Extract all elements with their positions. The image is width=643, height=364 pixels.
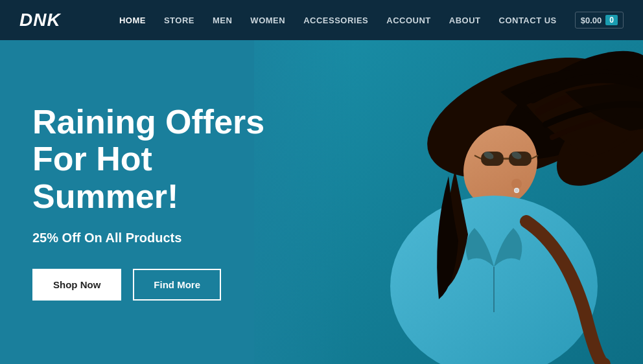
hero-title: Raining Offers For Hot Summer! (32, 104, 305, 215)
nav-about[interactable]: ABOUT (449, 16, 481, 25)
hero-section: Raining Offers For Hot Summer! 25% Off O… (0, 40, 643, 364)
cart-price: $0.00 (581, 16, 602, 25)
site-logo[interactable]: DNK (19, 10, 61, 30)
svg-point-13 (511, 179, 522, 189)
nav-accessories[interactable]: ACCESSORIES (303, 16, 368, 25)
cart-count: 0 (605, 15, 618, 25)
nav-store[interactable]: STORE (164, 16, 194, 25)
nav-account[interactable]: ACCOUNT (386, 16, 431, 25)
nav-women[interactable]: WOMEN (250, 16, 285, 25)
hero-content: Raining Offers For Hot Summer! 25% Off O… (0, 104, 337, 301)
nav-contact[interactable]: CONTACT US (499, 16, 557, 25)
find-more-button[interactable]: Find More (133, 269, 221, 301)
cart-button[interactable]: $0.00 0 (575, 12, 624, 28)
svg-point-15 (515, 188, 519, 192)
nav-men[interactable]: MEN (213, 16, 232, 25)
hero-subtitle: 25% Off On All Products (32, 231, 305, 245)
main-nav: HOME STORE MEN WOMEN ACCESSORIES ACCOUNT… (119, 12, 624, 28)
site-header: DNK HOME STORE MEN WOMEN ACCESSORIES ACC… (0, 0, 643, 40)
shop-now-button[interactable]: Shop Now (32, 269, 121, 301)
hero-buttons: Shop Now Find More (32, 269, 305, 301)
nav-home[interactable]: HOME (119, 16, 146, 25)
